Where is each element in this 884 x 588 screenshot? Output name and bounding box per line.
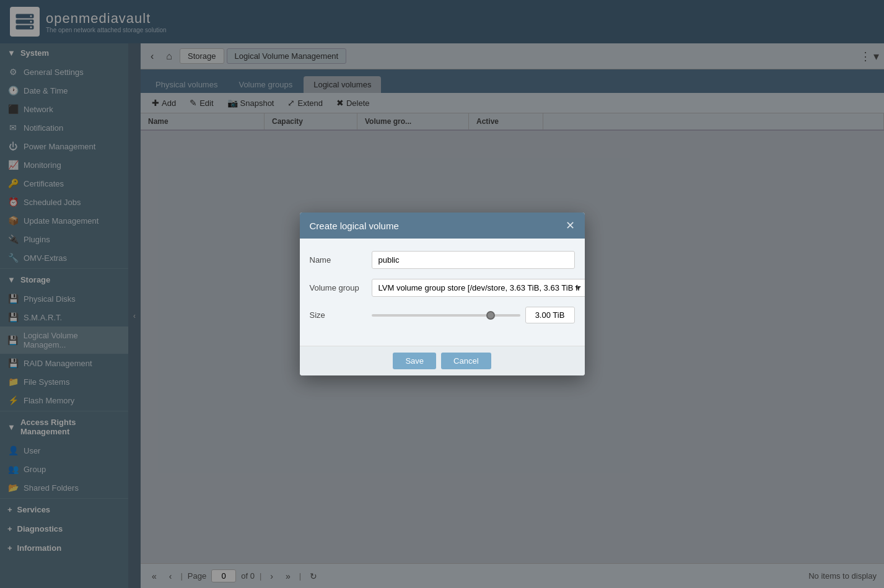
volume-group-form-row: Volume group LVM volume group store [/de… bbox=[310, 279, 575, 297]
name-input[interactable] bbox=[372, 251, 575, 269]
size-input[interactable] bbox=[525, 307, 575, 323]
volume-group-select[interactable]: LVM volume group store [/dev/store, 3.63… bbox=[372, 279, 585, 297]
modal-footer: Save Cancel bbox=[300, 346, 585, 375]
modal-close-button[interactable]: ✕ bbox=[566, 220, 575, 231]
modal-body: Name Volume group LVM volume group store… bbox=[300, 239, 585, 346]
name-label: Name bbox=[310, 255, 372, 265]
modal-overlay: Create logical volume ✕ Name Volume grou… bbox=[0, 0, 884, 588]
size-form-row: Size bbox=[310, 307, 575, 323]
cancel-button[interactable]: Cancel bbox=[441, 353, 491, 369]
modal-title: Create logical volume bbox=[310, 221, 399, 231]
size-slider[interactable] bbox=[372, 314, 520, 317]
size-slider-container bbox=[372, 307, 575, 323]
name-form-row: Name bbox=[310, 251, 575, 269]
volume-group-label: Volume group bbox=[310, 283, 372, 292]
size-label: Size bbox=[310, 310, 372, 320]
modal-header: Create logical volume ✕ bbox=[300, 213, 585, 239]
create-logical-volume-modal: Create logical volume ✕ Name Volume grou… bbox=[300, 213, 585, 375]
save-button[interactable]: Save bbox=[393, 353, 436, 369]
